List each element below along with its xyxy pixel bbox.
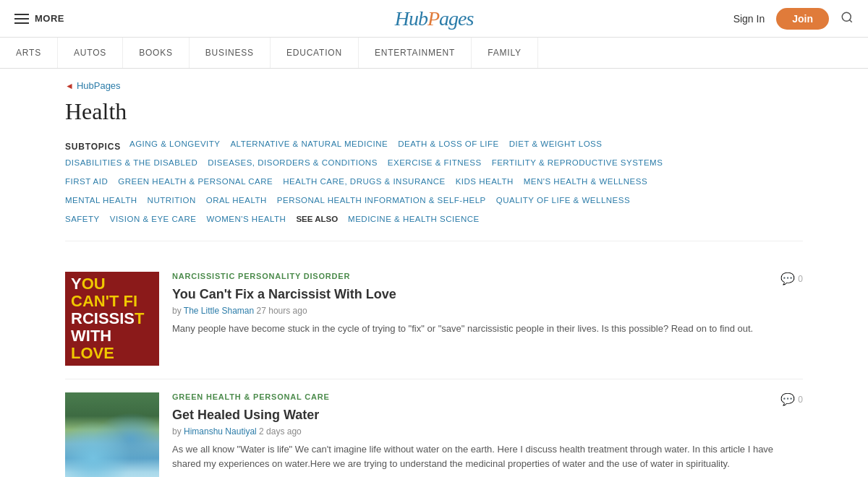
see-also-label: SEE ALSO [296,215,338,229]
article-category-narcissist[interactable]: NARCISSISTIC PERSONALITY DISORDER [172,272,350,280]
subtopic-oral-health[interactable]: ORAL HEALTH [206,196,267,205]
subtopic-nutrition[interactable]: NUTRITION [148,196,196,205]
subtopic-mental-health[interactable]: MENTAL HEALTH [65,196,137,205]
article-title-narcissist[interactable]: You Can't Fix a Narcissist With Love [172,287,803,302]
subtopic-death[interactable]: DEATH & LOSS OF LIFE [398,139,499,148]
subtopic-exercise[interactable]: EXERCISE & FITNESS [388,158,482,167]
cat-family[interactable]: FAMILY [472,38,538,68]
article-header-narcissist: NARCISSISTIC PERSONALITY DISORDER 💬 0 [172,272,803,285]
article-time-narcissist: 27 hours ago [257,306,307,316]
breadcrumb-arrow: ◄ [65,81,74,91]
subtopic-vision[interactable]: VISION & EYE CARE [110,215,197,223]
comment-count-water: 0 [798,395,803,405]
subtopics-row-4: SAFETY VISION & EYE CARE WOMEN'S HEALTH … [65,215,803,229]
article-category-water[interactable]: GREEN HEALTH & PERSONAL CARE [172,392,330,401]
subtopic-kids-health[interactable]: KIDS HEALTH [456,177,514,186]
subtopic-green-health[interactable]: GREEN HEALTH & PERSONAL CARE [118,177,273,186]
subtopic-mens-health[interactable]: MEN'S HEALTH & WELLNESS [524,177,647,186]
subtopic-diet[interactable]: DIET & WEIGHT LOSS [509,139,603,148]
article-comments-water: 💬 0 [780,392,803,406]
subtopic-health-care[interactable]: HEALTH CARE, DRUGS & INSURANCE [283,177,445,186]
article-thumbnail-narcissist[interactable]: YOU CAN'T FI RCISSIST WITH LOVE [65,272,159,366]
narcissist-line1: YOU CAN'T FI [71,275,153,310]
narcissist-line3: WITH LOVE [71,327,153,362]
subtopic-aging[interactable]: AGING & LONGEVITY [129,139,220,148]
top-nav-right: Sign In Join [733,8,854,30]
category-nav: ARTS AUTOS BOOKS BUSINESS EDUCATION ENTE… [0,38,868,69]
subtopic-alternative[interactable]: ALTERNATIVE & NATURAL MEDICINE [230,139,388,148]
subtopic-safety[interactable]: SAFETY [65,215,100,223]
subtopic-fertility[interactable]: FERTILITY & REPRODUCTIVE SYSTEMS [492,158,663,167]
join-button[interactable]: Join [776,8,829,30]
subtopic-first-aid[interactable]: FIRST AID [65,177,108,186]
subtopic-disabilities[interactable]: DISABILITIES & THE DISABLED [65,158,197,167]
comment-count-narcissist: 0 [798,274,803,284]
article-header-water: GREEN HEALTH & PERSONAL CARE 💬 0 [172,392,803,406]
subtopic-personal-health[interactable]: PERSONAL HEALTH INFORMATION & SELF-HELP [277,196,486,205]
subtopic-diseases[interactable]: DISEASES, DISORDERS & CONDITIONS [208,158,378,167]
subtopics-row-2: FIRST AID GREEN HEALTH & PERSONAL CARE H… [65,177,803,192]
site-logo[interactable]: HubPages [395,7,474,30]
water-thumb-image [65,392,159,477]
subtopics-row-3: MENTAL HEALTH NUTRITION ORAL HEALTH PERS… [65,196,803,210]
article-author-narcissist[interactable]: The Little Shaman [184,306,254,316]
narcissist-line2: RCISSIST [71,310,153,327]
sign-in-button[interactable]: Sign In [733,13,765,25]
comment-icon-water: 💬 [780,392,795,406]
article-card-narcissist: YOU CAN'T FI RCISSIST WITH LOVE NARCISSI… [65,259,803,379]
page-title: Health [65,98,803,125]
subtopics-label: SUBTOPICS [65,142,121,152]
main-content: ◄ HubPages Health SUBTOPICS AGING & LONG… [51,69,817,477]
article-comments-narcissist: 💬 0 [780,272,803,285]
article-excerpt-narcissist: Many people have become stuck in the cyc… [172,322,803,336]
subtopic-womens-health[interactable]: WOMEN'S HEALTH [206,215,286,223]
breadcrumb: ◄ HubPages [65,80,803,91]
article-author-water[interactable]: Himanshu Nautiyal [184,426,257,437]
water-river-visual [65,392,159,477]
subtopic-quality-of-life[interactable]: QUALITY OF LIFE & WELLNESS [496,196,630,205]
article-thumbnail-water[interactable] [65,392,159,477]
article-meta-narcissist: by The Little Shaman 27 hours ago [172,306,803,316]
cat-entertainment[interactable]: ENTERTAINMENT [359,38,472,68]
more-label: MORE [35,13,64,24]
hamburger-icon [14,14,29,24]
cat-business[interactable]: BUSINESS [190,38,271,68]
subtopic-medicine-science[interactable]: MEDICINE & HEALTH SCIENCE [348,215,480,223]
more-menu[interactable]: MORE [14,13,64,24]
article-excerpt-water: As we all know "Water is life" We can't … [172,442,803,470]
narcissist-thumb-image: YOU CAN'T FI RCISSIST WITH LOVE [65,272,159,366]
article-body-water: GREEN HEALTH & PERSONAL CARE 💬 0 Get Hea… [172,392,803,477]
article-body-narcissist: NARCISSISTIC PERSONALITY DISORDER 💬 0 Yo… [172,272,803,366]
subtopics-row-0: SUBTOPICS AGING & LONGEVITY ALTERNATIVE … [65,139,803,154]
svg-line-1 [849,20,851,22]
search-button[interactable] [841,11,854,27]
breadcrumb-parent[interactable]: HubPages [77,80,121,91]
article-meta-water: by Himanshu Nautiyal 2 days ago [172,426,803,437]
search-icon [841,11,854,24]
svg-point-0 [842,12,851,21]
cat-autos[interactable]: AUTOS [58,38,123,68]
top-nav: MORE HubPages Sign In Join [0,0,868,38]
cat-education[interactable]: EDUCATION [271,38,359,68]
comment-icon: 💬 [780,272,795,285]
cat-books[interactable]: BOOKS [123,38,190,68]
subtopics-section: SUBTOPICS AGING & LONGEVITY ALTERNATIVE … [65,139,803,241]
article-time-water: 2 days ago [259,426,302,437]
article-title-water[interactable]: Get Healed Using Water [172,408,803,423]
cat-arts[interactable]: ARTS [0,38,58,68]
subtopics-row-1: DISABILITIES & THE DISABLED DISEASES, DI… [65,158,803,173]
article-card-water: GREEN HEALTH & PERSONAL CARE 💬 0 Get Hea… [65,379,803,477]
